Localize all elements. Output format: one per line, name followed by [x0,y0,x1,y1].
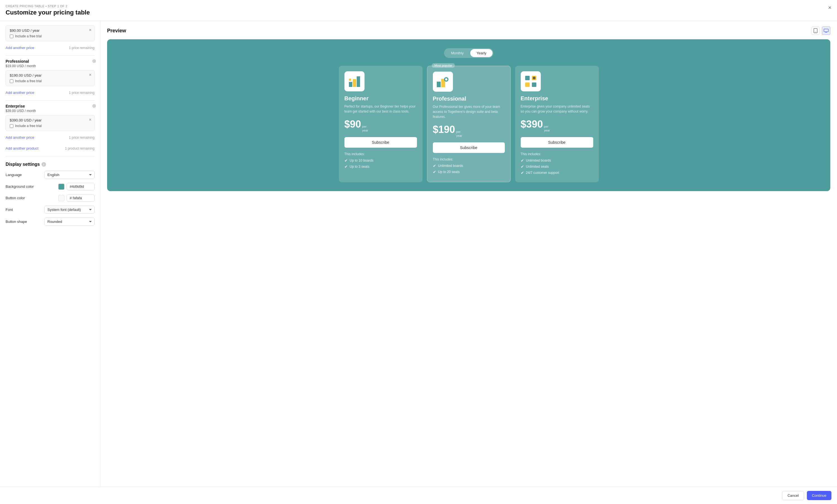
professional-subscribe-button[interactable]: Subscribe [433,142,505,153]
beginner-trial-1-checkbox[interactable] [10,35,13,38]
professional-price-row-1: × $190.00 USD / year Include a free tria… [5,70,94,86]
professional-trial-1-text: Include a free trial [15,79,41,83]
button-shape-control: Rounded Square Pill [44,218,94,226]
button-color-setting-row: Button color [5,194,94,202]
enterprise-feature-3: ✔ 24/7 customer support [521,170,593,175]
enterprise-subscribe-button[interactable]: Subscribe [521,137,593,148]
button-color-input[interactable] [67,194,94,202]
enterprise-trial-1-checkbox[interactable] [10,124,13,128]
enterprise-trial-1: Include a free trial [10,124,90,128]
page-title: Customize your pricing table [5,9,832,21]
beginner-card-price: $90 peryear [344,118,417,133]
enterprise-price-row-1: × $390.00 USD / year Include a free tria… [5,115,94,131]
beginner-feature-1: ✔ Up to 10 boards [344,158,417,163]
professional-trial-1-checkbox[interactable] [10,79,13,83]
enterprise-name: Enterprise [5,104,36,108]
check-icon-3: ✔ [433,164,436,168]
professional-price-remaining: 1 price remaining [69,91,94,95]
beginner-price-remaining: 1 price remaining [69,46,94,50]
svg-rect-13 [523,74,538,89]
font-setting-row: Font System font (default) Serif Monospa… [5,206,94,214]
remove-professional-price-1-button[interactable]: × [89,73,91,77]
enterprise-feature-2-text: Unlimited seats [526,165,549,169]
add-product-link[interactable]: Add another product [5,146,38,150]
check-icon-6: ✔ [521,164,524,169]
background-color-swatch[interactable] [58,184,65,190]
professional-add-price-link[interactable]: Add another price [5,91,34,95]
professional-name: Professional [5,59,36,63]
button-shape-select[interactable]: Rounded Square Pill [44,218,94,226]
professional-price-amount: $190 [433,124,455,135]
footer-buttons: Cancel Continue [0,487,837,504]
button-color-label: Button color [5,196,25,200]
enterprise-feature-1: ✔ Unlimited boards [521,158,593,163]
professional-price-1-label: $190.00 USD / year [10,73,90,77]
cancel-button[interactable]: Cancel [782,491,804,500]
check-icon-4: ✔ [433,170,436,174]
info-icon: i [41,162,46,167]
beginner-card-desc: Perfect for startups, our Beginner tier … [344,104,417,114]
remove-enterprise-price-1-button[interactable]: × [89,117,91,122]
step-label: CREATE PRICING TABLE • STEP 1 OF 2 [5,4,832,8]
button-shape-setting-row: Button shape Rounded Square Pill [5,218,94,226]
button-color-swatch[interactable] [58,195,65,201]
preview-title: Preview [107,28,126,34]
svg-rect-5 [353,79,356,87]
enterprise-add-price-link[interactable]: Add another price [5,135,34,139]
monthly-toggle-button[interactable]: Monthly [445,49,470,57]
product-beginner: × $90.00 USD / year Include a free trial… [5,25,94,52]
beginner-card-logo [344,71,364,91]
svg-rect-2 [824,29,829,32]
beginner-subscribe-button[interactable]: Subscribe [344,137,417,148]
left-panel: × $90.00 USD / year Include a free trial… [0,21,101,487]
beginner-card-name: Beginner [344,95,417,102]
add-product-remaining: 1 product remaining [65,147,94,150]
yearly-toggle-button[interactable]: Yearly [470,49,493,57]
professional-includes-label: This includes: [433,157,505,161]
enterprise-trial-1-text: Include a free trial [15,124,41,128]
language-select[interactable]: English Spanish French [44,171,94,179]
beginner-add-price-link[interactable]: Add another price [5,46,34,50]
preview-area: Monthly Yearly [107,39,830,191]
enterprise-feature-3-text: 24/7 customer support [526,171,559,175]
svg-point-1 [815,32,816,32]
professional-card-desc: Our Professional tier gives more of your… [433,104,505,119]
svg-point-12 [445,78,447,80]
language-control: English Spanish French [44,171,94,179]
beginner-trial-1-text: Include a free trial [15,34,41,38]
close-button[interactable]: × [828,4,832,11]
enterprise-price-period: peryear [544,125,550,133]
beginner-add-price-row: Add another price 1 price remaining [5,43,94,52]
enterprise-card-price: $390 peryear [521,118,593,133]
language-setting-row: Language English Spanish French [5,171,94,179]
continue-button[interactable]: Continue [807,491,832,500]
professional-price-period: peryear [456,130,462,138]
button-color-control [58,194,94,202]
beginner-feature-1-text: Up to 10 boards [350,158,373,163]
beginner-feature-2: ✔ Up to 3 seats [344,164,417,169]
language-label: Language [5,173,22,177]
beginner-price-1-label: $90.00 USD / year [10,29,90,33]
professional-name-badge: Professional $19.00 USD / month [5,59,94,68]
enterprise-add-price-row: Add another price 1 price remaining [5,133,94,142]
svg-rect-6 [357,76,360,87]
background-color-input[interactable] [67,183,94,190]
enterprise-price-1-label: $390.00 USD / year [10,118,90,122]
enterprise-card-desc: Enterprise gives your company unlimited … [521,104,593,114]
font-select[interactable]: System font (default) Serif Monospace [44,206,94,214]
svg-point-7 [349,78,351,81]
remove-beginner-price-1-button[interactable]: × [89,28,91,32]
enterprise-includes-label: This includes: [521,152,593,156]
svg-rect-9 [437,82,441,87]
right-panel: Preview [101,21,837,487]
background-color-label: Background color [5,184,34,189]
check-icon-2: ✔ [344,164,348,169]
professional-feature-1: ✔ Unlimited boards [433,164,505,168]
professional-card-price: $190 peryear [433,124,505,138]
product-professional: ⊗ Professional $19.00 USD / month × $190… [5,59,94,97]
mobile-view-button[interactable] [811,26,820,35]
enterprise-monthly-price: $39.00 USD / month [5,109,36,113]
desktop-view-button[interactable] [822,26,830,35]
billing-toggle: Monthly Yearly [114,48,824,58]
professional-feature-1-text: Unlimited boards [438,164,463,168]
